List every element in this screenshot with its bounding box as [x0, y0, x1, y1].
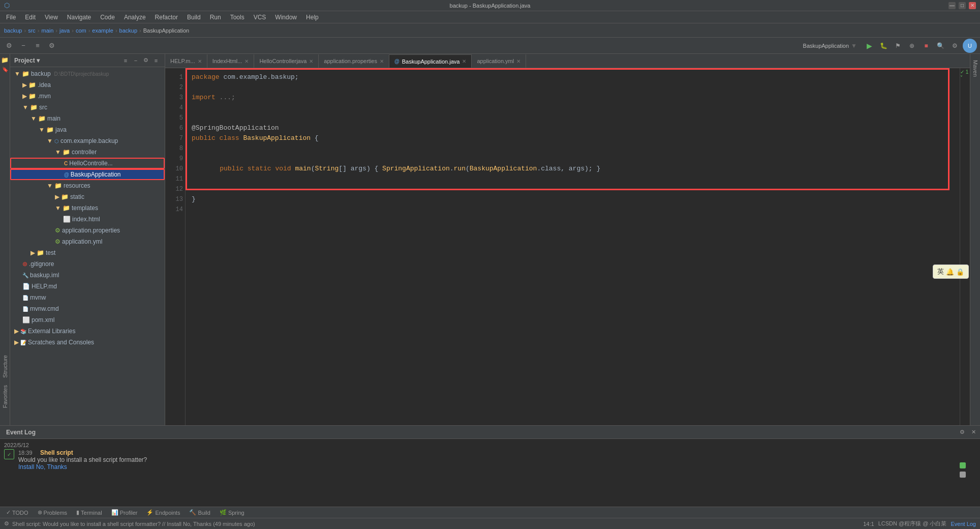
toolbar-gear[interactable]: ⚙ [46, 40, 58, 52]
tree-item-helpmd[interactable]: 📄 HELP.md [10, 281, 165, 292]
maximize-button[interactable]: □ [959, 2, 966, 9]
breadcrumb-src[interactable]: src [28, 27, 36, 34]
menu-item-tools[interactable]: Tools [226, 13, 249, 22]
panel-collapse-btn[interactable]: − [131, 56, 140, 65]
tab-close-help[interactable]: ✕ [198, 58, 202, 64]
float-widget[interactable]: 英 🔔 🔒 [933, 264, 969, 279]
tab-appprops[interactable]: application.properties ✕ [319, 54, 389, 68]
bottom-tab-endpoints[interactable]: ⚡ Endpoints [142, 508, 184, 518]
close-button[interactable]: ✕ [969, 2, 976, 9]
tab-index[interactable]: IndexHtml... ✕ [207, 54, 255, 68]
menu-item-navigate[interactable]: Navigate [63, 13, 95, 22]
menu-item-window[interactable]: Window [271, 13, 301, 22]
tab-hello[interactable]: HelloControllerjava ✕ [254, 54, 319, 68]
breadcrumb-main[interactable]: main [42, 27, 54, 34]
tree-item-index-html[interactable]: ⬜ index.html [10, 214, 165, 225]
tree-item-baskupapp[interactable]: @ BaskupApplication [10, 169, 165, 180]
user-avatar[interactable]: U [963, 39, 977, 53]
tab-close-baskupapp[interactable]: ✕ [462, 58, 466, 64]
search-everywhere[interactable]: 🔍 [934, 40, 946, 52]
tab-appyml[interactable]: application.yml ✕ [472, 54, 526, 68]
panel-expand-btn[interactable]: ≡ [121, 56, 130, 65]
yml-icon-app: ⚙ [55, 238, 60, 245]
toolbar-collapse[interactable]: − [17, 40, 29, 52]
menu-item-code[interactable]: Code [96, 13, 119, 22]
bookmark-icon[interactable]: 🔖 [1, 65, 9, 73]
install-link[interactable]: Install [18, 463, 34, 471]
breadcrumb-example[interactable]: example [92, 27, 113, 34]
favorites-panel-tab[interactable]: Favorites [0, 381, 10, 412]
tab-close-appprops[interactable]: ✕ [380, 58, 384, 64]
tree-item-templates[interactable]: ▼ 📁 templates [10, 202, 165, 214]
status-event-log[interactable]: Event Log [951, 521, 976, 527]
tree-item-appyml[interactable]: ⚙ application.yml [10, 236, 165, 247]
event-log-settings-btn[interactable]: ⚙ [958, 428, 967, 437]
menu-item-file[interactable]: File [2, 13, 20, 22]
tree-item-gitignore[interactable]: ⊛ .gitignore [10, 258, 165, 270]
bottom-tab-todo[interactable]: ✓ TODO [2, 508, 33, 518]
profile-button[interactable]: ⊕ [906, 40, 918, 52]
no-thanks-link[interactable]: No, Thanks [36, 463, 67, 471]
tree-item-src[interactable]: ▼ 📁 src [10, 102, 165, 113]
event-log-close-btn[interactable]: ✕ [969, 428, 978, 437]
toolbar-settings[interactable]: ⚙ [3, 40, 15, 52]
settings-btn[interactable]: ⚙ [948, 40, 961, 52]
tree-item-java-folder[interactable]: ▼ 📁 java [10, 124, 165, 135]
bottom-tab-profiler[interactable]: 📊 Profiler [107, 508, 142, 518]
menu-item-build[interactable]: Build [183, 13, 205, 22]
run-button[interactable]: ▶ [863, 40, 875, 52]
tree-item-controller[interactable]: ▼ 📁 controller [10, 146, 165, 158]
bottom-tab-terminal[interactable]: ▮ Terminal [72, 508, 106, 518]
panel-settings-btn[interactable]: ⚙ [141, 56, 150, 65]
menu-item-edit[interactable]: Edit [21, 13, 40, 22]
tree-item-appprops[interactable]: ⚙ application.properties [10, 225, 165, 236]
tree-item-scratches[interactable]: ▶ 📝 Scratches and Consoles [10, 337, 165, 348]
menu-item-view[interactable]: View [41, 13, 62, 22]
bottom-tab-build[interactable]: 🔨 Build [185, 508, 214, 518]
tree-item-static[interactable]: ▶ 📁 static [10, 191, 165, 202]
tree-item-idea[interactable]: ▶ 📁 .idea [10, 79, 165, 91]
tree-item-test[interactable]: ▶ 📁 test [10, 247, 165, 258]
structure-panel-tab[interactable]: Structure [0, 346, 10, 387]
panel-gear-btn[interactable]: ≡ [151, 56, 161, 65]
tree-item-extlib[interactable]: ▶ 📚 External Libraries [10, 326, 165, 337]
menu-item-help[interactable]: Help [302, 13, 323, 22]
breadcrumb-java[interactable]: java [59, 27, 70, 34]
menu-item-analyze[interactable]: Analyze [120, 13, 150, 22]
tree-item-mvn[interactable]: ▶ 📁 .mvn [10, 91, 165, 102]
tab-close-hello[interactable]: ✕ [309, 58, 313, 64]
bottom-tab-spring[interactable]: 🌿 Spring [216, 508, 249, 518]
tree-item-package[interactable]: ▼ ⬡ com.example.backup [10, 135, 165, 146]
tree-item-mvnw[interactable]: 📄 mvnw [10, 292, 165, 303]
tree-item-main[interactable]: ▼ 📁 main [10, 113, 165, 124]
tree-item-iml[interactable]: 🔧 baskup.iml [10, 270, 165, 281]
toolbar-expand[interactable]: ≡ [32, 40, 44, 52]
tree-item-hello[interactable]: C HelloControlle... [10, 158, 165, 169]
breadcrumb-com[interactable]: com [76, 27, 86, 34]
menu-item-refactor[interactable]: Refactor [151, 13, 182, 22]
breadcrumb-class[interactable]: BaskupApplication [143, 27, 190, 34]
tab-baskupapp[interactable]: @ BaskupApplication.java ✕ [389, 54, 472, 68]
coverage-button[interactable]: ⚑ [892, 40, 904, 52]
breadcrumb-backup2[interactable]: backup [119, 27, 137, 34]
menu-item-vcs[interactable]: VCS [250, 13, 270, 22]
bottom-tab-problems[interactable]: ⊗ Problems [34, 508, 71, 518]
breadcrumb-backup[interactable]: backup [4, 27, 22, 34]
minimize-button[interactable]: — [948, 2, 956, 9]
stop-button[interactable]: ■ [920, 40, 932, 52]
debug-button[interactable]: 🐛 [877, 40, 890, 52]
tab-help[interactable]: HELP.m... ✕ [165, 54, 207, 68]
maven-tab[interactable]: Maven [971, 56, 979, 81]
project-icon[interactable]: 📁 [1, 56, 9, 64]
tree-item-pomxml[interactable]: ⬜ pom.xml [10, 314, 165, 326]
code-line-9 [192, 154, 954, 164]
code-editor[interactable]: 1 2 3 4 5 6 7 8 9 10 11 12 13 14 [165, 68, 970, 425]
tab-close-index[interactable]: ✕ [244, 58, 249, 64]
arrow-icon-extlib: ▶ [14, 328, 19, 335]
tree-item-resources[interactable]: ▼ 📁 resources [10, 180, 165, 191]
tree-item-backup[interactable]: ▼ 📁 backup D:\BDTD\project\baskup [10, 68, 165, 79]
code-content[interactable]: package com.example.baskup; import ...; … [186, 68, 960, 425]
tab-close-appyml[interactable]: ✕ [516, 58, 520, 64]
tree-item-mvnwcmd[interactable]: 📄 mvnw.cmd [10, 303, 165, 314]
menu-item-run[interactable]: Run [206, 13, 225, 22]
